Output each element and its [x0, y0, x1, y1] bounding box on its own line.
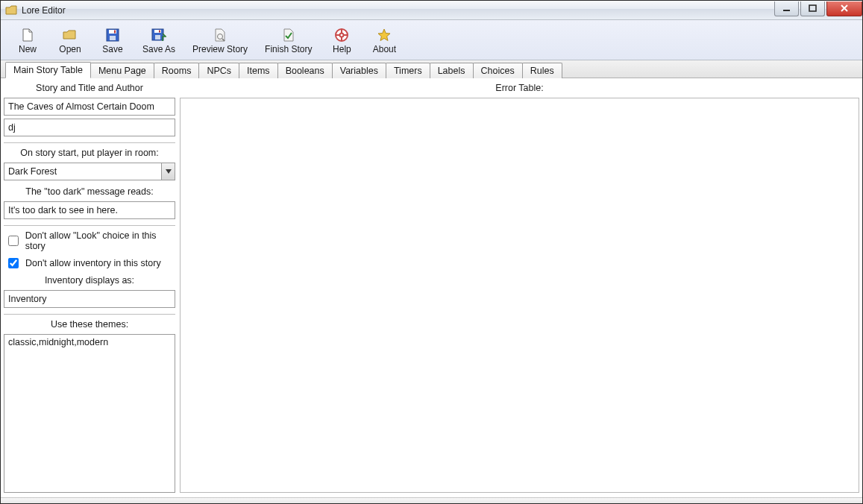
tab-items[interactable]: Items [239, 63, 278, 78]
tab-choices[interactable]: Choices [473, 63, 523, 78]
content-area: Story and Title and Author On story star… [1, 78, 862, 497]
tab-booleans[interactable]: Booleans [277, 63, 333, 78]
svg-rect-4 [110, 36, 116, 40]
finish-icon [281, 28, 296, 42]
save-icon [105, 28, 120, 42]
story-title-author-heading: Story and Title and Author [4, 81, 175, 98]
tab-labels[interactable]: Labels [430, 63, 474, 78]
no-inventory-label: Don't allow inventory in this story [25, 258, 161, 268]
toolbar: New Open Save Save As Preview Story Fini… [1, 20, 862, 60]
minimize-button[interactable] [774, 1, 799, 16]
story-title-input[interactable] [4, 98, 175, 116]
status-bar [1, 497, 862, 503]
no-inventory-checkbox-row[interactable]: Don't allow inventory in this story [4, 253, 175, 272]
tab-main-story-table[interactable]: Main Story Table [5, 62, 91, 78]
new-label: New [19, 44, 37, 54]
maximize-icon [809, 4, 817, 13]
maximize-button[interactable] [800, 1, 825, 16]
start-room-label: On story start, put player in room: [4, 145, 175, 163]
app-window: Lore Editor New Open Save [0, 0, 863, 504]
tab-variables[interactable]: Variables [332, 63, 386, 78]
no-look-checkbox-row[interactable]: Don't allow "Look" choice in this story [4, 227, 175, 253]
svg-rect-8 [155, 35, 160, 40]
svg-rect-5 [114, 30, 116, 33]
themes-input[interactable] [4, 334, 175, 493]
close-icon [840, 4, 849, 13]
about-star-icon [377, 28, 392, 42]
new-file-icon [20, 28, 35, 42]
separator [4, 225, 175, 226]
close-button[interactable] [826, 1, 862, 16]
tab-rooms[interactable]: Rooms [154, 63, 200, 78]
preview-story-button[interactable]: Preview Story [184, 23, 256, 57]
themes-label: Use these themes: [4, 316, 175, 334]
about-label: About [373, 44, 396, 54]
help-label: Help [333, 44, 351, 54]
titlebar: Lore Editor [1, 1, 862, 20]
tab-rules[interactable]: Rules [522, 63, 562, 78]
window-title: Lore Editor [22, 5, 774, 16]
save-as-icon [151, 28, 166, 42]
error-table[interactable] [180, 98, 859, 493]
story-author-input[interactable] [4, 119, 175, 136]
svg-rect-9 [159, 30, 160, 32]
inventory-display-input[interactable] [4, 290, 175, 308]
too-dark-label: The "too dark" message reads: [4, 183, 175, 201]
left-panel: Story and Title and Author On story star… [4, 81, 175, 493]
about-button[interactable]: About [363, 23, 405, 57]
open-label: Open [59, 44, 81, 54]
svg-rect-1 [809, 5, 816, 11]
save-as-label: Save As [142, 44, 175, 54]
tab-timers[interactable]: Timers [386, 63, 430, 78]
tab-npcs[interactable]: NPCs [198, 63, 239, 78]
window-controls [774, 1, 862, 16]
save-button[interactable]: Save [92, 23, 134, 57]
separator [4, 314, 175, 315]
tab-menu-page[interactable]: Menu Page [90, 63, 154, 78]
app-icon [5, 4, 17, 16]
no-inventory-checkbox[interactable] [8, 258, 19, 268]
open-button[interactable]: Open [49, 23, 91, 57]
right-panel: Error Table: [180, 81, 859, 493]
open-folder-icon [63, 28, 78, 42]
svg-rect-0 [783, 10, 790, 11]
new-button[interactable]: New [7, 23, 48, 57]
no-look-label: Don't allow "Look" choice in this story [25, 230, 175, 251]
separator [4, 142, 175, 143]
save-label: Save [102, 44, 122, 54]
no-look-checkbox[interactable] [8, 236, 19, 246]
help-button[interactable]: Help [321, 23, 363, 57]
save-as-button[interactable]: Save As [134, 23, 183, 57]
error-table-heading: Error Table: [180, 81, 859, 98]
finish-label: Finish Story [265, 44, 312, 54]
inventory-display-label: Inventory displays as: [4, 272, 175, 290]
start-room-select[interactable]: Dark Forest [4, 163, 175, 180]
preview-icon [213, 28, 227, 42]
preview-label: Preview Story [192, 44, 248, 54]
too-dark-input[interactable] [4, 201, 175, 219]
finish-story-button[interactable]: Finish Story [257, 23, 320, 57]
help-icon [334, 28, 349, 42]
minimize-icon [782, 4, 791, 13]
tab-strip: Main Story Table Menu Page Rooms NPCs It… [1, 60, 862, 78]
